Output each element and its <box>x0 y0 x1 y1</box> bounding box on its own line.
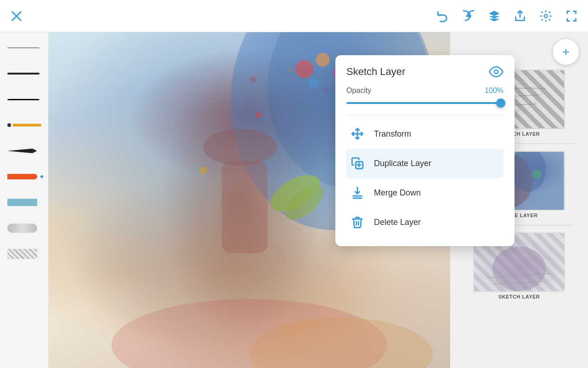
svg-point-29 <box>492 247 546 291</box>
panel-header: Sketch Layer <box>346 64 503 79</box>
transform-label: Transform <box>374 129 411 139</box>
merge-icon <box>350 185 365 200</box>
add-layer-button[interactable]: + <box>553 39 579 65</box>
delete-icon <box>350 215 365 230</box>
undo-button[interactable] <box>435 9 450 23</box>
opacity-slider-thumb[interactable] <box>496 98 505 108</box>
visibility-toggle[interactable] <box>489 64 503 79</box>
tool-eraser[interactable] <box>4 243 45 265</box>
close-button[interactable] <box>9 9 24 23</box>
layers-button[interactable] <box>487 9 502 23</box>
svg-point-12 <box>204 129 277 166</box>
transform-menu-item[interactable]: Transform <box>346 119 503 149</box>
tool-watercolor[interactable] <box>4 191 45 213</box>
layer-options-panel: Sketch Layer Opacity 100% Transform <box>335 55 514 246</box>
opacity-label: Opacity <box>346 86 371 95</box>
tool-oil-brush[interactable] <box>4 166 45 188</box>
svg-point-15 <box>256 112 261 118</box>
opacity-row: Opacity 100% <box>346 86 503 95</box>
opacity-slider-fill <box>346 102 503 104</box>
panel-title: Sketch Layer <box>346 66 405 78</box>
toolbar-right <box>435 9 579 23</box>
svg-point-27 <box>532 170 541 178</box>
plus-icon: + <box>562 45 570 59</box>
svg-point-7 <box>316 53 330 67</box>
tool-fine-brush[interactable] <box>4 37 45 59</box>
svg-point-2 <box>468 14 471 17</box>
merge-down-label: Merge Down <box>374 188 421 198</box>
opacity-value: 100% <box>485 86 503 95</box>
tool-marker[interactable] <box>4 114 45 136</box>
opacity-slider-container[interactable] <box>346 100 503 106</box>
tool-soft-brush[interactable] <box>4 217 45 239</box>
export-button[interactable] <box>513 9 527 23</box>
duplicate-layer-menu-item[interactable]: Duplicate Layer <box>346 149 503 178</box>
tool-knife[interactable] <box>4 140 45 162</box>
panel-divider <box>346 115 503 115</box>
svg-point-3 <box>544 14 548 17</box>
merge-down-menu-item[interactable]: Merge Down <box>346 178 503 207</box>
svg-rect-13 <box>222 161 268 253</box>
delete-layer-menu-item[interactable]: Delete Layer <box>346 207 503 237</box>
duplicate-icon <box>350 156 365 171</box>
toolbar-left <box>9 9 24 23</box>
redo-button[interactable] <box>461 9 476 23</box>
settings-button[interactable] <box>538 9 553 23</box>
left-tools-panel <box>0 32 48 368</box>
layer-label-sketch-bottom: SKETCH LAYER <box>498 294 540 299</box>
delete-layer-label: Delete Layer <box>374 218 421 227</box>
opacity-slider-track <box>346 102 503 104</box>
svg-point-14 <box>200 167 207 174</box>
svg-point-9 <box>308 77 319 88</box>
svg-point-32 <box>494 70 498 74</box>
move-icon <box>350 126 365 141</box>
duplicate-layer-label: Duplicate Layer <box>374 159 431 168</box>
svg-point-6 <box>295 60 314 78</box>
fullscreen-button[interactable] <box>564 9 579 23</box>
top-toolbar <box>0 0 588 32</box>
tool-pencil[interactable] <box>4 88 45 110</box>
tool-medium-brush[interactable] <box>4 63 45 85</box>
